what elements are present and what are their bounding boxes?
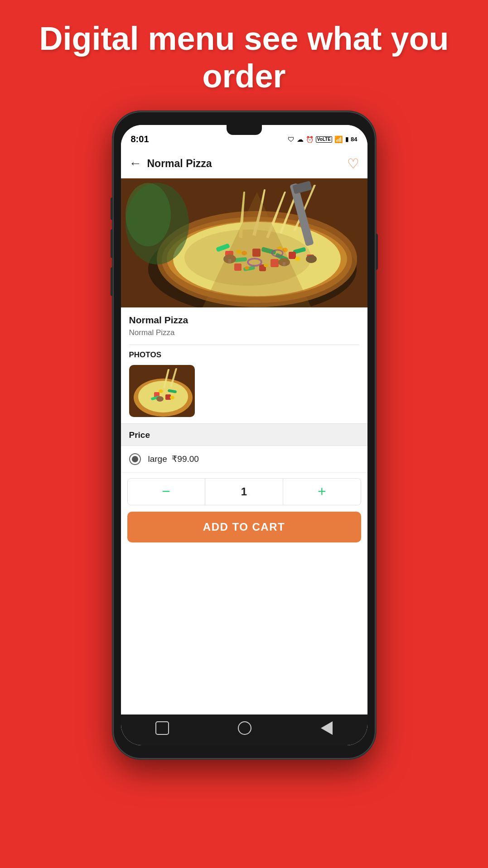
volume-up-button	[111, 229, 113, 258]
header-left: ← Normal Pizza	[129, 156, 212, 171]
silent-button	[111, 197, 113, 220]
phone-device: 8:01 🛡 ☁ ⏰ VoLTE 📶 ▮ 84	[113, 111, 376, 759]
increase-quantity-button[interactable]: +	[283, 479, 360, 505]
price-option-text: large ₹99.00	[148, 454, 199, 464]
favorite-button[interactable]: ♡	[347, 156, 359, 172]
page-background: Digital menu see what you order 8:01 🛡 ☁	[0, 0, 488, 868]
nav-square-button[interactable]	[155, 721, 169, 735]
price-option[interactable]: large ₹99.00	[121, 446, 367, 473]
photos-label: PHOTOS	[129, 350, 359, 360]
product-name: Normal Pizza	[129, 315, 359, 326]
pizza-hero-image	[121, 178, 367, 307]
svg-point-37	[126, 183, 171, 246]
signal-icon: 📶	[334, 135, 343, 144]
photos-section: PHOTOS	[121, 349, 367, 423]
shield-icon: 🛡	[288, 135, 295, 143]
page-headline: Digital menu see what you order	[0, 0, 488, 109]
quantity-row: − 1 +	[127, 478, 361, 505]
price-section: Price large ₹99.00	[121, 424, 367, 473]
radio-inner	[132, 456, 138, 462]
phone-screen: 8:01 🛡 ☁ ⏰ VoLTE 📶 ▮ 84	[121, 125, 367, 745]
battery-icon: ▮	[345, 136, 348, 143]
svg-point-47	[170, 396, 174, 399]
product-description: Normal Pizza	[129, 328, 359, 337]
svg-point-30	[306, 255, 317, 263]
radio-selected[interactable]	[129, 453, 141, 465]
svg-point-45	[156, 396, 164, 402]
bottom-controls: − 1 + ADD TO CART	[121, 473, 367, 549]
price-label: Price	[121, 424, 367, 446]
nav-home-button[interactable]	[238, 721, 251, 735]
svg-point-40	[138, 381, 188, 412]
volte-badge: VoLTE	[316, 136, 332, 143]
pizza-svg	[121, 178, 367, 307]
photo-thumbnail[interactable]	[129, 365, 195, 417]
cloud-icon: ☁	[297, 135, 304, 144]
content-scroll[interactable]: Normal Pizza Normal Pizza PHOTOS	[121, 307, 367, 715]
battery-level: 84	[351, 136, 357, 143]
phone-notch	[227, 125, 262, 135]
thumbnail-svg	[129, 365, 195, 417]
back-button[interactable]: ←	[129, 156, 142, 171]
nav-back-button[interactable]	[321, 721, 333, 735]
bottom-nav	[121, 715, 367, 745]
decrease-quantity-button[interactable]: −	[128, 479, 205, 505]
volume-down-button	[111, 267, 113, 296]
svg-rect-15	[289, 252, 296, 259]
header-title: Normal Pizza	[147, 158, 212, 170]
app-header: ← Normal Pizza ♡	[121, 149, 367, 178]
quantity-value: 1	[205, 479, 282, 505]
divider-1	[129, 345, 359, 345]
price-amount: ₹99.00	[172, 454, 199, 464]
svg-point-46	[159, 389, 163, 393]
add-to-cart-button[interactable]: ADD TO CART	[127, 512, 361, 542]
status-icons: 🛡 ☁ ⏰ VoLTE 📶 ▮ 84	[288, 135, 358, 144]
price-size: large	[148, 454, 167, 464]
product-info: Normal Pizza Normal Pizza	[121, 307, 367, 341]
alarm-icon: ⏰	[306, 136, 314, 143]
svg-point-23	[295, 257, 300, 261]
status-time: 8:01	[131, 134, 149, 144]
power-button	[376, 234, 378, 270]
